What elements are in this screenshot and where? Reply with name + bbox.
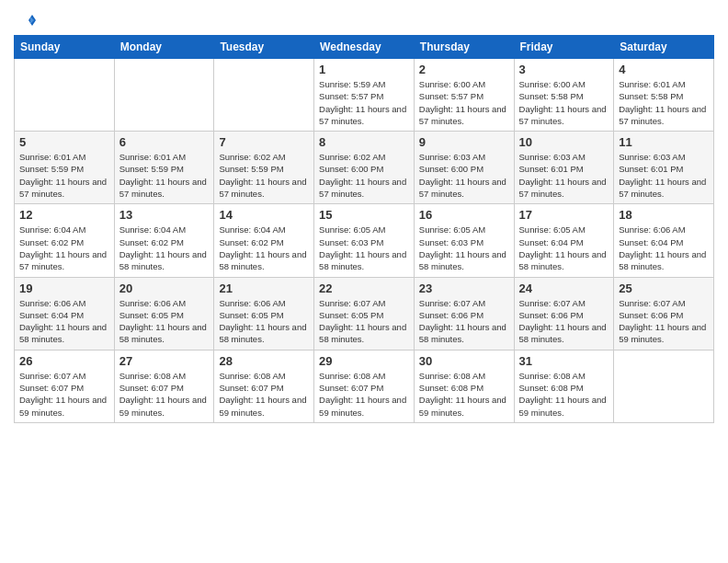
day-info: Sunrise: 5:59 AMSunset: 5:57 PMDaylight:… — [319, 78, 409, 127]
day-number: 29 — [319, 354, 409, 368]
calendar-cell: 22Sunrise: 6:07 AMSunset: 6:05 PMDayligh… — [314, 277, 415, 350]
day-number: 6 — [119, 135, 210, 149]
calendar-cell: 8Sunrise: 6:02 AMSunset: 6:00 PMDaylight… — [314, 132, 415, 204]
day-number: 26 — [19, 354, 109, 368]
day-info: Sunrise: 6:03 AMSunset: 6:01 PMDaylight:… — [519, 151, 609, 200]
calendar-cell: 1Sunrise: 5:59 AMSunset: 5:57 PMDaylight… — [314, 59, 415, 132]
day-info: Sunrise: 6:02 AMSunset: 5:59 PMDaylight:… — [219, 151, 309, 200]
calendar-cell: 20Sunrise: 6:06 AMSunset: 6:05 PMDayligh… — [114, 277, 214, 350]
calendar-cell: 7Sunrise: 6:02 AMSunset: 5:59 PMDaylight… — [214, 132, 314, 204]
day-number: 10 — [519, 135, 609, 149]
day-info: Sunrise: 6:00 AMSunset: 5:57 PMDaylight:… — [419, 78, 509, 127]
calendar-cell: 15Sunrise: 6:05 AMSunset: 6:03 PMDayligh… — [314, 204, 415, 277]
calendar-cell: 13Sunrise: 6:04 AMSunset: 6:02 PMDayligh… — [114, 204, 214, 277]
calendar-cell: 16Sunrise: 6:05 AMSunset: 6:03 PMDayligh… — [414, 204, 514, 277]
day-number: 18 — [619, 208, 709, 222]
day-info: Sunrise: 6:01 AMSunset: 5:59 PMDaylight:… — [119, 151, 210, 200]
calendar-cell: 5Sunrise: 6:01 AMSunset: 5:59 PMDaylight… — [15, 132, 115, 204]
day-number: 31 — [519, 354, 609, 368]
calendar-cell: 3Sunrise: 6:00 AMSunset: 5:58 PMDaylight… — [514, 59, 614, 132]
day-info: Sunrise: 6:03 AMSunset: 6:00 PMDaylight:… — [419, 151, 509, 200]
day-number: 1 — [319, 63, 409, 76]
calendar-cell: 23Sunrise: 6:07 AMSunset: 6:06 PMDayligh… — [414, 277, 514, 350]
calendar-cell: 26Sunrise: 6:07 AMSunset: 6:07 PMDayligh… — [15, 350, 115, 422]
day-number: 7 — [219, 135, 309, 149]
calendar-cell: 28Sunrise: 6:08 AMSunset: 6:07 PMDayligh… — [214, 350, 314, 422]
weekday-header: Tuesday — [214, 36, 314, 59]
calendar-cell — [15, 59, 115, 132]
day-number: 12 — [19, 208, 109, 222]
weekday-header: Sunday — [15, 36, 115, 59]
day-number: 15 — [319, 208, 409, 222]
calendar-cell: 11Sunrise: 6:03 AMSunset: 6:01 PMDayligh… — [614, 132, 714, 204]
day-number: 20 — [119, 282, 210, 295]
day-number: 21 — [219, 282, 309, 295]
day-number: 19 — [19, 282, 109, 295]
day-info: Sunrise: 6:01 AMSunset: 5:59 PMDaylight:… — [19, 151, 109, 200]
day-info: Sunrise: 6:05 AMSunset: 6:03 PMDaylight:… — [419, 224, 509, 272]
day-info: Sunrise: 6:06 AMSunset: 6:04 PMDaylight:… — [19, 297, 109, 346]
day-info: Sunrise: 6:04 AMSunset: 6:02 PMDaylight:… — [219, 224, 309, 272]
day-info: Sunrise: 6:03 AMSunset: 6:01 PMDaylight:… — [619, 151, 709, 200]
day-info: Sunrise: 6:08 AMSunset: 6:08 PMDaylight:… — [419, 370, 509, 419]
day-number: 11 — [619, 135, 709, 149]
calendar-week-row: 26Sunrise: 6:07 AMSunset: 6:07 PMDayligh… — [15, 350, 714, 422]
day-info: Sunrise: 6:06 AMSunset: 6:05 PMDaylight:… — [219, 297, 309, 346]
calendar-cell: 6Sunrise: 6:01 AMSunset: 5:59 PMDaylight… — [114, 132, 214, 204]
day-info: Sunrise: 6:06 AMSunset: 6:05 PMDaylight:… — [119, 297, 210, 346]
calendar-cell: 4Sunrise: 6:01 AMSunset: 5:58 PMDaylight… — [614, 59, 714, 132]
calendar-cell — [614, 350, 714, 422]
day-info: Sunrise: 6:07 AMSunset: 6:06 PMDaylight:… — [419, 297, 509, 346]
day-info: Sunrise: 6:08 AMSunset: 6:07 PMDaylight:… — [119, 370, 210, 419]
calendar-cell: 2Sunrise: 6:00 AMSunset: 5:57 PMDaylight… — [414, 59, 514, 132]
day-info: Sunrise: 6:07 AMSunset: 6:06 PMDaylight:… — [619, 297, 709, 346]
calendar-cell: 24Sunrise: 6:07 AMSunset: 6:06 PMDayligh… — [514, 277, 614, 350]
day-number: 28 — [219, 354, 309, 368]
day-number: 14 — [219, 208, 309, 222]
day-info: Sunrise: 6:05 AMSunset: 6:04 PMDaylight:… — [519, 224, 609, 272]
day-number: 5 — [19, 135, 109, 149]
calendar-cell: 29Sunrise: 6:08 AMSunset: 6:07 PMDayligh… — [314, 350, 415, 422]
calendar-cell: 21Sunrise: 6:06 AMSunset: 6:05 PMDayligh… — [214, 277, 314, 350]
day-info: Sunrise: 6:02 AMSunset: 6:00 PMDaylight:… — [319, 151, 409, 200]
day-info: Sunrise: 6:08 AMSunset: 6:08 PMDaylight:… — [519, 370, 609, 419]
day-number: 8 — [319, 135, 409, 149]
page-header — [14, 9, 714, 29]
day-number: 3 — [519, 63, 609, 76]
weekday-header: Saturday — [614, 36, 714, 59]
calendar-cell: 27Sunrise: 6:08 AMSunset: 6:07 PMDayligh… — [114, 350, 214, 422]
day-info: Sunrise: 6:07 AMSunset: 6:06 PMDaylight:… — [519, 297, 609, 346]
weekday-header: Thursday — [414, 36, 514, 59]
day-info: Sunrise: 6:04 AMSunset: 6:02 PMDaylight:… — [119, 224, 210, 272]
weekday-header: Monday — [114, 36, 214, 59]
calendar-cell: 12Sunrise: 6:04 AMSunset: 6:02 PMDayligh… — [15, 204, 115, 277]
day-info: Sunrise: 6:06 AMSunset: 6:04 PMDaylight:… — [619, 224, 709, 272]
calendar-header-row: SundayMondayTuesdayWednesdayThursdayFrid… — [15, 36, 714, 59]
weekday-header: Friday — [514, 36, 614, 59]
day-info: Sunrise: 6:07 AMSunset: 6:07 PMDaylight:… — [19, 370, 109, 419]
day-number: 25 — [619, 282, 709, 295]
day-number: 27 — [119, 354, 210, 368]
weekday-header: Wednesday — [314, 36, 415, 59]
day-number: 9 — [419, 135, 509, 149]
day-number: 16 — [419, 208, 509, 222]
logo-icon — [16, 13, 36, 29]
day-info: Sunrise: 6:04 AMSunset: 6:02 PMDaylight:… — [19, 224, 109, 272]
day-info: Sunrise: 6:01 AMSunset: 5:58 PMDaylight:… — [619, 78, 709, 127]
day-number: 13 — [119, 208, 210, 222]
calendar-cell: 17Sunrise: 6:05 AMSunset: 6:04 PMDayligh… — [514, 204, 614, 277]
calendar-cell — [114, 59, 214, 132]
calendar-cell: 14Sunrise: 6:04 AMSunset: 6:02 PMDayligh… — [214, 204, 314, 277]
day-info: Sunrise: 6:08 AMSunset: 6:07 PMDaylight:… — [219, 370, 309, 419]
day-number: 30 — [419, 354, 509, 368]
day-info: Sunrise: 6:08 AMSunset: 6:07 PMDaylight:… — [319, 370, 409, 419]
calendar-week-row: 1Sunrise: 5:59 AMSunset: 5:57 PMDaylight… — [15, 59, 714, 132]
calendar-cell: 19Sunrise: 6:06 AMSunset: 6:04 PMDayligh… — [15, 277, 115, 350]
day-info: Sunrise: 6:07 AMSunset: 6:05 PMDaylight:… — [319, 297, 409, 346]
day-info: Sunrise: 6:05 AMSunset: 6:03 PMDaylight:… — [319, 224, 409, 272]
calendar-cell: 18Sunrise: 6:06 AMSunset: 6:04 PMDayligh… — [614, 204, 714, 277]
day-number: 24 — [519, 282, 609, 295]
day-number: 2 — [419, 63, 509, 76]
day-number: 23 — [419, 282, 509, 295]
logo — [14, 15, 36, 29]
